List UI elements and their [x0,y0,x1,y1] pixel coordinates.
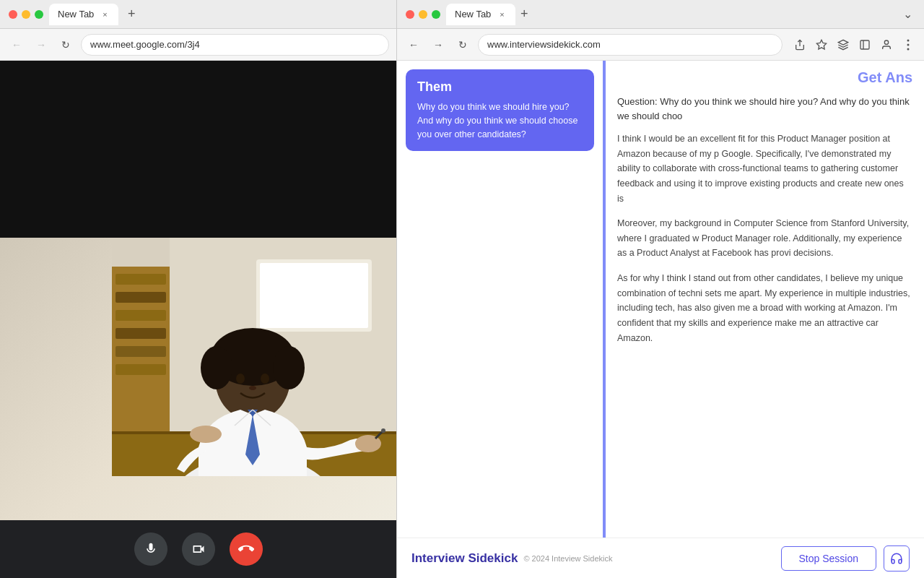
left-tab-close-icon[interactable]: × [100,9,110,20]
meet-controls-bar [0,520,396,578]
svg-rect-3 [116,292,166,303]
right-active-tab[interactable]: New Tab × [446,4,515,25]
right-minimize-window-button[interactable] [419,10,427,19]
svg-point-31 [907,39,910,41]
right-titlebar: New Tab × + ⌄ [397,0,924,29]
svg-rect-7 [116,364,166,375]
svg-rect-2 [116,274,166,285]
svg-point-26 [381,428,385,433]
meet-video-area [0,61,396,578]
stop-session-button[interactable]: Stop Session [781,546,877,571]
svg-point-21 [249,386,256,390]
right-address-bar[interactable]: www.interviewsidekick.com [478,34,783,56]
left-url: www.meet.google.com/3j4 [90,39,200,50]
camera-button[interactable] [182,532,215,566]
video-top-area [0,61,396,238]
answer-question-label: Question: Why do you think we should hir… [617,95,912,123]
footer-actions: Stop Session [781,545,910,571]
left-active-tab[interactable]: New Tab × [49,4,118,25]
sidekick-main-area: Them Why do you think we should hire you… [397,61,924,538]
right-tab-bar: New Tab × + [446,4,894,25]
them-card: Them Why do you think we should hire you… [406,69,594,151]
right-close-window-button[interactable] [406,10,414,19]
footer-brand: Interview Sidekick © 2024 Inteview Sidek… [411,551,612,566]
left-tab-label: New Tab [58,9,94,20]
svg-point-27 [190,426,222,443]
maximize-window-button[interactable] [35,10,43,19]
left-toolbar: ← → ↻ www.meet.google.com/3j4 [0,29,396,61]
left-tab-bar: New Tab × + [49,4,388,25]
svg-rect-6 [116,346,166,357]
answer-paragraph-3: As for why I think I stand out from othe… [617,271,912,345]
right-url: www.interviewsidekick.com [487,39,601,50]
left-new-tab-button[interactable]: + [123,6,140,23]
svg-rect-5 [116,328,166,339]
right-forward-button[interactable]: → [429,35,448,54]
right-refresh-button[interactable]: ↻ [453,35,472,54]
brand-copyright: © 2024 Inteview Sidekick [523,554,612,563]
sidekick-footer: Interview Sidekick © 2024 Inteview Sidek… [397,538,924,578]
right-tab-label: New Tab [455,9,491,20]
bookmark-icon[interactable] [813,36,830,53]
svg-point-32 [907,43,910,46]
svg-point-20 [261,374,269,384]
brand-name: Interview Sidekick [411,551,518,566]
minimize-window-button[interactable] [22,10,30,19]
right-traffic-lights [406,10,440,19]
get-answer-header: Get Ans [617,69,912,86]
sidekick-content: Them Why do you think we should hire you… [397,61,924,578]
forward-button: → [32,35,51,54]
mic-button[interactable] [134,532,167,566]
main-video-feed [0,238,396,520]
right-tab-close-icon[interactable]: × [497,9,507,20]
right-new-tab-button[interactable]: + [515,6,533,23]
right-toolbar-icons [791,36,917,53]
svg-rect-4 [116,310,166,321]
right-maximize-window-button[interactable] [432,10,440,19]
right-tab-list-button[interactable]: ⌄ [900,4,915,24]
svg-point-17 [201,346,232,389]
answer-paragraph-2: Moreover, my background in Computer Scie… [617,216,912,261]
traffic-lights [9,10,43,19]
svg-rect-29 [860,40,869,49]
extensions-icon[interactable] [834,36,852,53]
svg-point-33 [907,48,910,50]
person-svg [112,238,396,476]
svg-point-19 [236,374,245,384]
answer-panel: Get Ans Question: Why do you think we sh… [603,61,924,538]
account-icon[interactable] [878,36,895,53]
svg-point-18 [273,346,305,389]
right-toolbar: ← → ↻ www.interviewsidekick.com [397,29,924,61]
right-back-button[interactable]: ← [404,35,423,54]
close-window-button[interactable] [9,10,17,19]
svg-marker-28 [816,40,826,49]
back-button: ← [7,35,26,54]
more-menu-icon[interactable] [899,36,917,53]
right-browser: New Tab × + ⌄ ← → ↻ www.interviewsidekic… [397,0,924,578]
left-address-bar[interactable]: www.meet.google.com/3j4 [81,34,389,56]
them-question-text: Why do you think we should hire you? And… [417,100,583,141]
share-icon[interactable] [791,36,808,53]
refresh-button[interactable]: ↻ [56,35,75,54]
answer-paragraph-1: I think I would be an excellent fit for … [617,131,912,206]
svg-rect-10 [260,263,368,328]
sidebar-toggle-icon[interactable] [856,36,873,53]
them-title: Them [417,79,583,95]
left-browser: New Tab × + ← → ↻ www.meet.google.com/3j… [0,0,397,578]
interview-background [0,238,396,520]
end-call-button[interactable] [230,532,263,566]
them-panel: Them Why do you think we should hire you… [397,61,603,538]
headphones-button[interactable] [884,545,910,571]
left-titlebar: New Tab × + [0,0,396,29]
